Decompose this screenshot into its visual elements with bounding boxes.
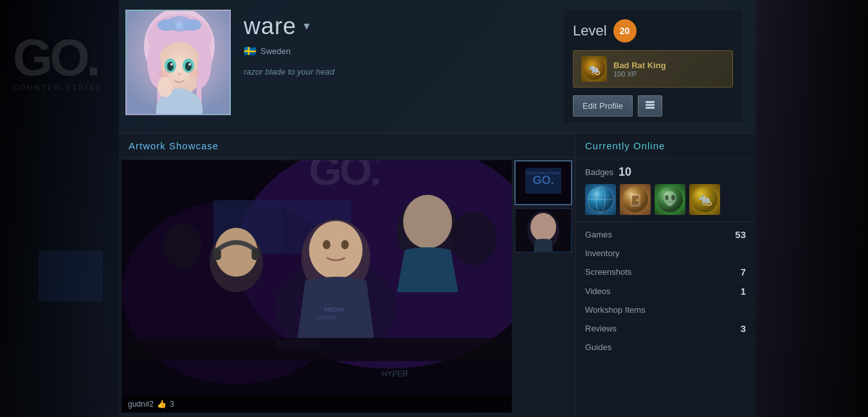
avatar-image bbox=[127, 11, 230, 114]
svg-rect-46 bbox=[275, 340, 320, 349]
badges-section: Badges 10 bbox=[575, 159, 755, 222]
artwork-author: gudn#2 👍 3 bbox=[128, 400, 505, 409]
svg-rect-24 bbox=[646, 107, 655, 109]
thumb-svg-2 bbox=[516, 209, 571, 252]
svg-text:GO.: GO. bbox=[532, 174, 554, 187]
monitor-glow bbox=[39, 250, 103, 302]
svg-rect-69 bbox=[667, 203, 673, 207]
svg-point-68 bbox=[671, 195, 675, 200]
profile-header: ware ▼ 🇸🇪 Sweden razor blade to your hea… bbox=[119, 0, 755, 134]
username-dropdown[interactable]: ▼ bbox=[302, 21, 312, 32]
badge-globe-svg bbox=[587, 186, 614, 213]
badge-name: Bad Rat King bbox=[613, 60, 666, 70]
badge-item-room[interactable] bbox=[620, 184, 651, 215]
level-value: 20 bbox=[620, 26, 630, 36]
stat-row-workshop[interactable]: Workshop Items bbox=[575, 301, 755, 319]
svg-text:🐀: 🐀 bbox=[698, 192, 712, 207]
stat-value-screenshots: 7 bbox=[741, 266, 746, 277]
badge-room-svg bbox=[622, 186, 649, 213]
thumb-image-2 bbox=[515, 208, 572, 252]
settings-icon-button[interactable] bbox=[638, 95, 662, 116]
bio-text: razor blade to your head bbox=[244, 67, 550, 77]
stat-row-games[interactable]: Games 53 bbox=[575, 225, 755, 245]
stat-label-screenshots: Screenshots bbox=[585, 267, 631, 277]
level-panel: Level 20 bbox=[563, 10, 743, 124]
artwork-likes: 3 bbox=[170, 400, 174, 409]
svg-point-10 bbox=[170, 63, 173, 66]
profile-buttons: Edit Profile bbox=[573, 95, 733, 116]
svg-text:COUNTER-STRIKE: COUNTER-STRIKE bbox=[526, 171, 560, 175]
avatar[interactable] bbox=[125, 10, 231, 115]
thumbnail-1[interactable]: GO. COUNTER-STRIKE bbox=[514, 160, 572, 205]
badges-row: 🐀 bbox=[585, 184, 746, 215]
svg-point-11 bbox=[188, 63, 191, 66]
badge-item-skull[interactable] bbox=[655, 184, 685, 215]
author-name: gudn#2 bbox=[128, 400, 154, 409]
artwork-image: MEDIA ASRock bbox=[122, 160, 512, 412]
svg-point-9 bbox=[185, 62, 192, 71]
main-content: ware ▼ 🇸🇪 Sweden razor blade to your hea… bbox=[119, 0, 755, 417]
online-status-text: Currently Online bbox=[585, 140, 665, 151]
stat-row-reviews[interactable]: Reviews 3 bbox=[575, 319, 755, 338]
svg-point-17 bbox=[158, 77, 173, 97]
thumbnail-2[interactable] bbox=[514, 208, 572, 253]
artwork-scene: MEDIA ASRock bbox=[122, 160, 512, 412]
avatar-svg bbox=[127, 11, 231, 115]
svg-text:🐀: 🐀 bbox=[588, 63, 601, 75]
csgo-sub-text: COUNTER-STRIKE bbox=[13, 84, 103, 91]
svg-text:ASRock: ASRock bbox=[317, 314, 337, 320]
svg-point-14 bbox=[158, 19, 176, 31]
stat-row-videos[interactable]: Videos 1 bbox=[575, 282, 755, 301]
showcase-header: Artwork Showcase bbox=[119, 134, 575, 158]
stats-panel: Currently Online Badges 10 bbox=[575, 134, 755, 417]
badge-showcase[interactable]: 🐀 Bad Rat King 100 XP bbox=[573, 50, 733, 88]
badge-item-globe[interactable] bbox=[585, 184, 616, 215]
country-flag: 🇸🇪 bbox=[244, 45, 257, 57]
level-section: Level 20 bbox=[563, 10, 743, 124]
svg-rect-40 bbox=[251, 248, 259, 260]
layers-icon bbox=[645, 100, 655, 110]
svg-rect-23 bbox=[646, 104, 655, 106]
main-artwork[interactable]: MEDIA ASRock bbox=[122, 160, 512, 412]
stat-row-guides[interactable]: Guides bbox=[575, 338, 755, 357]
avatar-container bbox=[125, 10, 231, 115]
badge-xp: 100 XP bbox=[613, 70, 666, 78]
showcase-title: Artwork Showcase bbox=[129, 140, 219, 151]
online-status: Currently Online bbox=[575, 134, 755, 159]
csgo-logo-text: GO. bbox=[13, 32, 103, 84]
badges-count: 10 bbox=[619, 165, 631, 179]
level-badge: 20 bbox=[613, 19, 637, 42]
badge-skull-svg bbox=[656, 186, 683, 213]
badge-info: Bad Rat King 100 XP bbox=[613, 60, 666, 78]
stat-row-screenshots[interactable]: Screenshots 7 bbox=[575, 263, 755, 282]
edit-profile-button[interactable]: Edit Profile bbox=[573, 95, 633, 116]
badge-item-gold[interactable]: 🐀 bbox=[689, 184, 720, 215]
stat-row-inventory[interactable]: Inventory bbox=[575, 245, 755, 263]
stat-rows: Games 53 Inventory Screenshots 7 Videos … bbox=[575, 222, 755, 360]
thumb-image-1: GO. COUNTER-STRIKE bbox=[516, 162, 571, 204]
showcase-section: Artwork Showcase bbox=[119, 134, 575, 417]
svg-point-67 bbox=[665, 195, 669, 200]
level-label: Level bbox=[573, 23, 607, 39]
svg-point-44 bbox=[451, 212, 496, 265]
badge-svg: 🐀 bbox=[583, 57, 606, 80]
artwork-thumbnails: GO. COUNTER-STRIKE bbox=[514, 160, 572, 412]
stat-label-games: Games bbox=[585, 230, 612, 239]
stat-label-workshop: Workshop Items bbox=[585, 305, 646, 315]
svg-point-34 bbox=[341, 240, 349, 249]
stat-value-games: 53 bbox=[735, 229, 746, 240]
username: ware bbox=[244, 13, 296, 40]
svg-point-38 bbox=[215, 228, 258, 277]
artwork-caption: gudn#2 👍 3 bbox=[122, 396, 512, 412]
svg-point-56 bbox=[530, 213, 556, 241]
svg-point-16 bbox=[176, 21, 183, 29]
svg-point-32 bbox=[309, 221, 363, 279]
showcase-content: MEDIA ASRock bbox=[119, 158, 575, 415]
thumbs-up-icon: 👍 bbox=[157, 400, 167, 409]
profile-info: ware ▼ 🇸🇪 Sweden razor blade to your hea… bbox=[244, 10, 550, 77]
badges-label: Badges bbox=[585, 167, 613, 177]
svg-point-19 bbox=[188, 70, 201, 77]
svg-point-43 bbox=[163, 223, 202, 269]
badges-header-row: Badges 10 bbox=[585, 165, 746, 179]
svg-point-15 bbox=[183, 19, 201, 31]
